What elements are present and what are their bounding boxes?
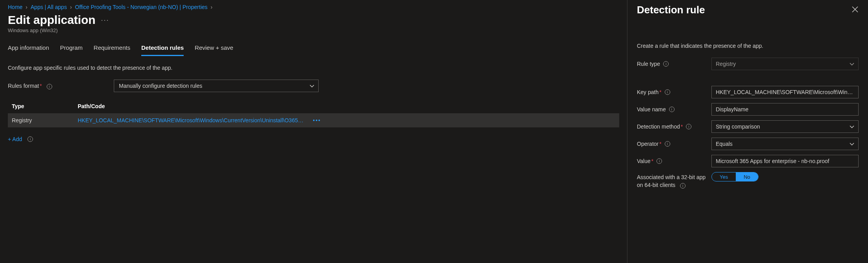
tab-program[interactable]: Program <box>60 44 83 56</box>
tab-review-save[interactable]: Review + save <box>195 44 233 56</box>
panel-title: Detection rule <box>637 4 705 16</box>
detection-rule-panel: Detection rule Create a rule that indica… <box>627 0 868 263</box>
more-actions-button[interactable]: ··· <box>101 16 109 24</box>
tab-detection-rules[interactable]: Detection rules <box>141 44 184 56</box>
chevron-down-icon <box>850 62 854 66</box>
info-icon[interactable]: i <box>665 89 670 95</box>
operator-select[interactable]: Equals <box>711 138 859 150</box>
detection-method-label: Detection method * i <box>637 123 711 130</box>
tab-requirements[interactable]: Requirements <box>94 44 130 56</box>
key-path-label: Key path * i <box>637 89 711 95</box>
info-icon[interactable]: i <box>680 183 686 189</box>
chevron-down-icon <box>310 83 314 88</box>
key-path-input[interactable] <box>711 86 859 98</box>
column-header-path: Path/Code <box>78 103 600 109</box>
chevron-down-icon <box>850 141 854 146</box>
detection-method-select[interactable]: String comparison <box>711 120 859 133</box>
table-row[interactable]: Registry HKEY_LOCAL_MACHINE\SOFTWARE\Mic… <box>8 113 619 127</box>
info-icon[interactable]: i <box>686 124 691 129</box>
rules-format-select[interactable]: Manually configure detection rules <box>114 80 319 92</box>
breadcrumb-apps[interactable]: Apps | All apps <box>31 4 67 10</box>
info-icon[interactable]: i <box>665 141 670 147</box>
toggle-yes[interactable]: Yes <box>712 172 736 181</box>
chevron-right-icon: › <box>26 4 27 10</box>
operator-label: Operator * i <box>637 141 711 147</box>
close-button[interactable] <box>852 6 859 14</box>
row-path: HKEY_LOCAL_MACHINE\SOFTWARE\Microsoft\Wi… <box>78 117 305 123</box>
column-header-type: Type <box>12 103 78 109</box>
rule-type-select[interactable]: Registry <box>711 58 859 70</box>
add-rule-button[interactable]: + Add i <box>8 136 33 142</box>
info-icon[interactable]: i <box>663 61 669 67</box>
rule-type-label: Rule type i <box>637 61 711 67</box>
section-description: Configure app specific rules used to det… <box>8 65 619 71</box>
info-icon[interactable]: i <box>656 158 662 164</box>
chevron-down-icon <box>850 124 854 129</box>
associated-toggle[interactable]: Yes No <box>711 172 759 181</box>
chevron-right-icon: › <box>211 4 213 10</box>
info-icon[interactable]: i <box>47 84 52 89</box>
rules-table: Type Path/Code Registry HKEY_LOCAL_MACHI… <box>8 99 619 127</box>
breadcrumb: Home › Apps | All apps › Office Proofing… <box>8 4 619 10</box>
row-type: Registry <box>12 117 78 123</box>
chevron-right-icon: › <box>70 4 72 10</box>
page-title: Edit application <box>8 13 95 27</box>
toggle-no[interactable]: No <box>736 172 758 181</box>
page-subtitle: Windows app (Win32) <box>8 27 619 33</box>
tab-app-information[interactable]: App information <box>8 44 49 56</box>
row-more-button[interactable]: ••• <box>313 117 321 123</box>
breadcrumb-home[interactable]: Home <box>8 4 22 10</box>
value-name-label: Value name i <box>637 106 711 112</box>
associated-label: Associated with a 32-bit app on 64-bit c… <box>637 172 711 189</box>
tabs: App information Program Requirements Det… <box>8 44 619 56</box>
info-icon[interactable]: i <box>27 136 33 142</box>
value-name-input[interactable] <box>711 103 859 116</box>
panel-description: Create a rule that indicates the presenc… <box>637 43 859 49</box>
breadcrumb-app[interactable]: Office Proofing Tools - Norwegian (nb-NO… <box>75 4 208 10</box>
rules-format-label: Rules format* i <box>8 83 114 89</box>
value-label: Value * i <box>637 158 711 164</box>
value-input[interactable] <box>711 155 859 167</box>
info-icon[interactable]: i <box>669 107 675 112</box>
